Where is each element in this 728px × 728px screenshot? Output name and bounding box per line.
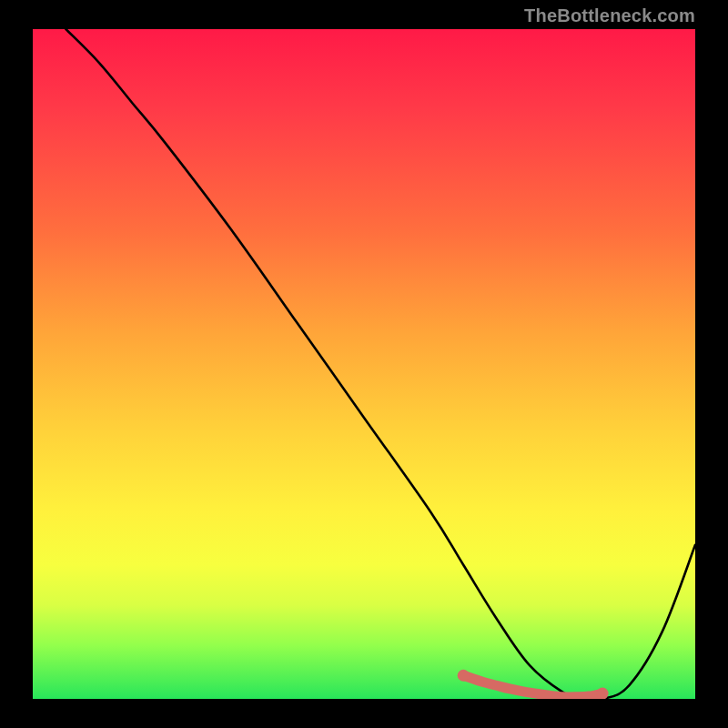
chart-frame: TheBottleneck.com — [0, 0, 728, 728]
valley-end-dot — [597, 688, 609, 699]
bottleneck-curve-path — [66, 29, 695, 699]
plot-area — [33, 29, 695, 699]
valley-marker-path — [463, 675, 602, 697]
watermark-text: TheBottleneck.com — [524, 5, 695, 26]
valley-end-dot — [458, 670, 470, 682]
curve-layer — [33, 29, 695, 699]
